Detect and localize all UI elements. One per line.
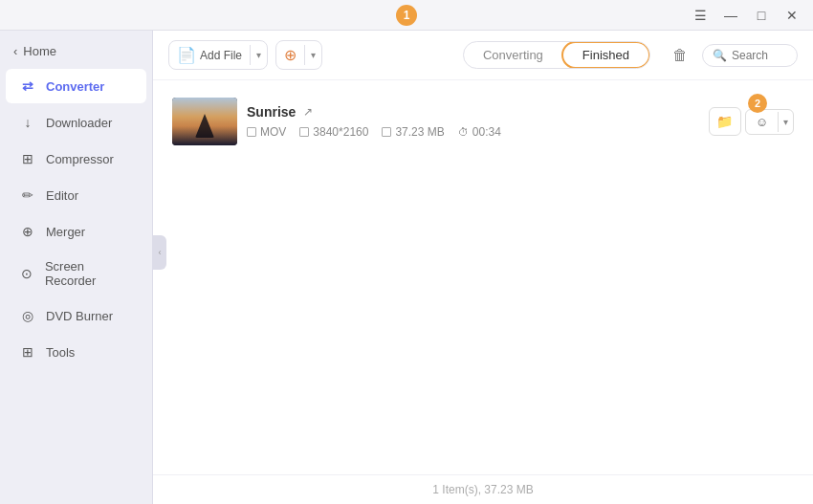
main-layout: ‹ Home ⇄ Converter ↓ Downloader ⊞ Compre… <box>0 31 813 504</box>
file-name: Sunrise <box>247 104 296 120</box>
dvd-burner-icon: ◎ <box>19 307 36 324</box>
compressor-icon: ⊞ <box>19 150 36 167</box>
content-footer: 1 Item(s), 37.23 MB <box>153 474 813 504</box>
thumbnail-image <box>172 98 237 145</box>
face-icon: ☺ <box>756 115 768 129</box>
file-resolution: 3840*2160 <box>313 125 368 139</box>
add-file-icon: 📄 <box>177 46 196 64</box>
file-list: Sunrise ↗ MOV 3840*2160 <box>153 80 813 474</box>
format-box-icon <box>247 127 256 137</box>
tab-group: Converting Finished <box>463 41 650 69</box>
back-home-button[interactable]: ‹ Home <box>0 38 152 64</box>
sidebar-item-converter[interactable]: ⇄ Converter <box>6 69 146 103</box>
file-format-item: MOV <box>247 125 286 139</box>
table-row: Sunrise ↗ MOV 3840*2160 <box>165 88 802 155</box>
search-box: 🔍 <box>702 44 798 67</box>
home-label: Home <box>23 44 56 58</box>
footer-summary: 1 Item(s), 37.23 MB <box>432 483 533 496</box>
add-file-dropdown-arrow[interactable]: ▾ <box>250 45 267 65</box>
file-duration: 00:34 <box>472 125 501 139</box>
content-area: 📄 Add File ▾ ⊕ ▾ Converting Finished 🗑 <box>153 31 813 504</box>
size-box-icon <box>382 127 391 137</box>
sidebar-item-dvd-burner-label: DVD Burner <box>46 309 113 323</box>
open-folder-button[interactable]: 📁 <box>709 107 741 136</box>
maximize-button[interactable]: □ <box>748 5 775 26</box>
sidebar: ‹ Home ⇄ Converter ↓ Downloader ⊞ Compre… <box>0 31 153 504</box>
editor-icon: ✏ <box>19 186 36 204</box>
file-format: MOV <box>260 125 286 139</box>
add-file-button[interactable]: 📄 Add File ▾ <box>168 40 268 70</box>
title-badge-container: 1 <box>396 5 417 26</box>
action-badge: 2 <box>748 94 767 113</box>
file-info: Sunrise ↗ MOV 3840*2160 <box>247 104 699 139</box>
merger-icon: ⊕ <box>19 223 36 240</box>
sidebar-item-compressor-label: Compressor <box>46 152 114 166</box>
file-title-row: Sunrise ↗ <box>247 104 699 120</box>
sidebar-item-screen-recorder-label: Screen Recorder <box>45 259 133 288</box>
search-input[interactable] <box>732 49 799 62</box>
emoji-dropdown-button[interactable]: ▾ <box>778 112 793 132</box>
sidebar-item-merger[interactable]: ⊕ Merger <box>6 214 146 249</box>
sidebar-item-compressor[interactable]: ⊞ Compressor <box>6 142 146 176</box>
file-size: 37.23 MB <box>395 125 444 139</box>
sidebar-item-screen-recorder[interactable]: ⊙ Screen Recorder <box>6 251 146 296</box>
back-arrow-icon: ‹ <box>13 44 17 58</box>
add-options-button[interactable]: ⊕ ▾ <box>275 40 322 70</box>
menu-button[interactable]: ☰ <box>687 5 714 26</box>
file-actions: 2 📁 ☺ ▾ <box>709 107 794 136</box>
duration-clock-icon: ⏱ <box>458 126 469 138</box>
finished-tab[interactable]: Finished <box>561 41 650 69</box>
trash-button[interactable]: 🗑 <box>666 41 694 70</box>
file-duration-item: ⏱ 00:34 <box>458 125 501 139</box>
sidebar-item-merger-label: Merger <box>46 225 85 239</box>
file-meta: MOV 3840*2160 37.23 MB ⏱ 00:34 <box>247 125 699 139</box>
sidebar-item-dvd-burner[interactable]: ◎ DVD Burner <box>6 298 146 333</box>
sidebar-item-downloader-label: Downloader <box>46 116 112 130</box>
sidebar-item-converter-label: Converter <box>46 79 104 94</box>
sidebar-item-editor[interactable]: ✏ Editor <box>6 178 146 212</box>
resolution-box-icon <box>299 127 309 137</box>
sidebar-item-editor-label: Editor <box>46 188 78 203</box>
screen-recorder-icon: ⊙ <box>19 265 35 282</box>
file-size-item: 37.23 MB <box>382 125 444 139</box>
add-file-label: Add File <box>200 49 242 62</box>
sidebar-item-tools[interactable]: ⊞ Tools <box>6 335 146 369</box>
sidebar-collapse-handle[interactable]: ‹ <box>153 235 166 270</box>
tools-icon: ⊞ <box>19 343 36 361</box>
trash-icon: 🗑 <box>672 47 688 64</box>
collapse-icon: ‹ <box>159 248 162 257</box>
converter-icon: ⇄ <box>19 77 36 95</box>
add-options-dropdown-arrow[interactable]: ▾ <box>304 45 321 65</box>
file-thumbnail <box>172 98 237 145</box>
chevron-down-icon: ▾ <box>783 117 788 127</box>
add-options-icon: ⊕ <box>284 46 297 64</box>
title-bar: 1 ☰ — □ ✕ <box>0 0 813 31</box>
file-resolution-item: 3840*2160 <box>299 125 368 139</box>
close-button[interactable]: ✕ <box>779 5 805 26</box>
sidebar-item-downloader[interactable]: ↓ Downloader <box>6 105 146 140</box>
minimize-button[interactable]: — <box>717 5 744 26</box>
emoji-main-button[interactable]: ☺ <box>746 110 778 134</box>
search-icon: 🔍 <box>713 49 727 62</box>
folder-icon: 📁 <box>716 114 733 129</box>
sidebar-item-tools-label: Tools <box>46 345 75 360</box>
downloader-icon: ↓ <box>19 114 36 131</box>
title-badge: 1 <box>396 5 417 26</box>
content-toolbar: 📄 Add File ▾ ⊕ ▾ Converting Finished 🗑 <box>153 31 813 80</box>
external-link-icon[interactable]: ↗ <box>303 105 313 119</box>
emoji-split-button: ☺ ▾ <box>745 109 794 135</box>
converting-tab[interactable]: Converting <box>464 42 562 68</box>
